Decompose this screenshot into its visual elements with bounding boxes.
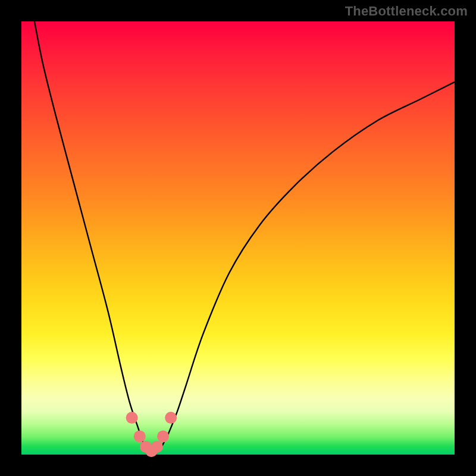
highlight-marker [126, 412, 138, 424]
chart-svg [21, 21, 455, 455]
highlight-marker [151, 441, 163, 453]
highlight-marker [157, 430, 169, 442]
watermark-text: TheBottleneck.com [345, 4, 468, 19]
highlight-markers [126, 412, 177, 457]
plot-area [21, 21, 455, 455]
outer-frame: TheBottleneck.com [0, 0, 476, 476]
highlight-marker [165, 412, 177, 424]
bottleneck-curve [35, 21, 455, 452]
highlight-marker [134, 430, 146, 442]
